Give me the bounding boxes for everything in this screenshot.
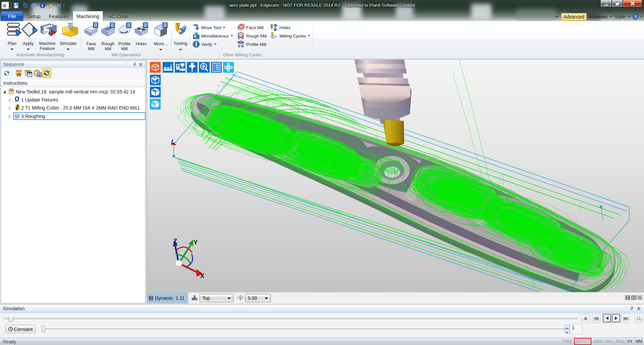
svg-text:Y: Y (194, 239, 198, 246)
svg-text:?: ? (51, 2, 54, 7)
svg-text:i: i (42, 3, 43, 8)
svg-text:NC: NC (10, 89, 13, 91)
svg-text:Z: Z (173, 238, 177, 245)
svg-text:e: e (3, 2, 6, 9)
svg-text:X: X (200, 273, 204, 279)
svg-text:?: ? (634, 15, 637, 19)
